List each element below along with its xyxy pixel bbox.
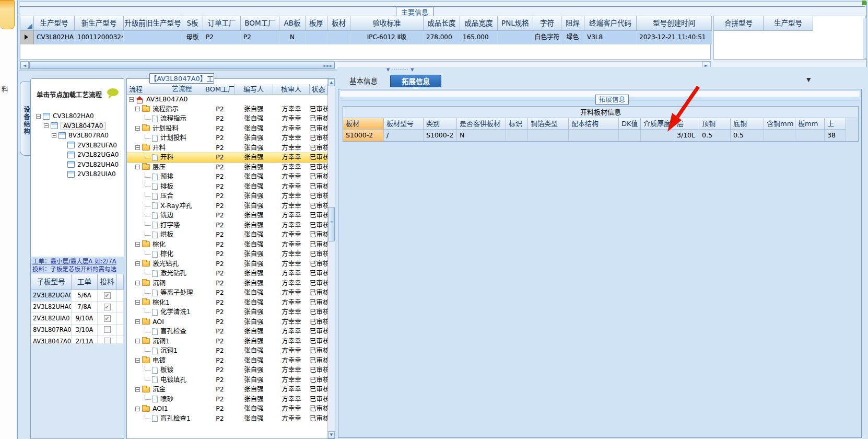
- flow-row-预排[interactable]: 预排P2张自强方幸幸已审核: [127, 172, 327, 182]
- merge-grid-header-cell[interactable]: 合拼型号: [714, 16, 764, 31]
- tree-expander-icon[interactable]: −: [36, 114, 41, 119]
- flow-data-cell[interactable]: 方幸幸: [273, 240, 310, 250]
- flow-tree-cell[interactable]: −开料: [127, 143, 205, 153]
- flow-data-cell[interactable]: P2: [205, 163, 234, 172]
- sub-model-cell[interactable]: 2V3L82UHA0: [31, 302, 72, 313]
- flow-row-等离子处理[interactable]: 等离子处理P2张自强方幸幸已审核: [127, 288, 327, 298]
- flow-row-烘板[interactable]: 烘板P2张自强方幸幸已审核: [127, 230, 327, 240]
- flow-data-cell[interactable]: 已审核: [310, 288, 327, 298]
- flow-data-cell[interactable]: P2: [205, 249, 234, 259]
- tree-expander-icon[interactable]: −: [44, 123, 49, 128]
- flow-data-cell[interactable]: 张自强: [234, 279, 273, 288]
- tree-node-label[interactable]: 2V3L82UIA0: [77, 170, 116, 178]
- flow-data-cell[interactable]: P2: [205, 230, 234, 240]
- vscroll-up-arrow[interactable]: ▲: [328, 79, 335, 86]
- main-grid-header-cell[interactable]: 终端客户代码: [584, 16, 637, 31]
- flow-row-铣边[interactable]: 铣边P2张自强方幸幸已审核: [127, 211, 327, 221]
- ext-header-cell[interactable]: 配本结构: [569, 118, 619, 130]
- main-grid-cell[interactable]: [498, 31, 533, 44]
- flow-expander-icon[interactable]: −: [129, 97, 134, 102]
- flow-data-cell[interactable]: P2: [205, 259, 234, 269]
- flow-tree-cell[interactable]: X-Ray冲孔: [127, 201, 205, 211]
- sub-order-cell[interactable]: 9/10A: [72, 313, 98, 325]
- flow-data-cell[interactable]: 张自强: [234, 404, 273, 414]
- flow-tree-cell[interactable]: 沉铜1: [127, 346, 205, 356]
- main-grid-cell[interactable]: N: [279, 31, 306, 44]
- flow-data-cell[interactable]: P2: [205, 356, 234, 366]
- main-grid-cell[interactable]: P2: [203, 31, 241, 44]
- flow-data-cell[interactable]: [273, 95, 310, 105]
- flow-data-cell[interactable]: 已审核: [310, 191, 327, 201]
- flow-data-cell[interactable]: 已审核: [310, 356, 327, 366]
- main-grid-header-cell[interactable]: 验收标准: [350, 16, 424, 31]
- flow-tree-cell[interactable]: −AOI: [127, 317, 205, 327]
- flow-data-cell[interactable]: P2: [205, 133, 234, 143]
- flow-data-cell[interactable]: P2: [205, 105, 234, 114]
- flow-expander-icon[interactable]: −: [135, 281, 140, 285]
- flow-data-cell[interactable]: P2: [205, 307, 234, 317]
- flow-data-cell[interactable]: 张自强: [234, 346, 273, 356]
- flow-row-盲孔检查[interactable]: 盲孔检查P2张自强方幸幸已审核: [127, 327, 327, 337]
- flow-row-激光钻孔[interactable]: 激光钻孔P2张自强方幸幸已审核: [127, 269, 327, 279]
- flow-tree-cell[interactable]: 化学清洗1: [127, 307, 205, 317]
- flow-node-label[interactable]: 盲孔检查: [160, 327, 186, 336]
- flow-node-label[interactable]: 沉铜: [153, 279, 166, 288]
- flow-expander-icon[interactable]: −: [135, 261, 140, 266]
- flow-data-cell[interactable]: 方幸幸: [273, 105, 310, 114]
- flow-data-cell[interactable]: 方幸幸: [273, 279, 310, 288]
- flow-node-label[interactable]: X-Ray冲孔: [160, 201, 192, 211]
- flow-tree-cell[interactable]: 预排: [127, 172, 205, 182]
- flow-data-cell[interactable]: 已审核: [310, 279, 327, 288]
- flow-row-压合[interactable]: 压合P2张自强方幸幸已审核: [127, 191, 327, 201]
- flow-expander-icon[interactable]: −: [135, 407, 140, 411]
- flow-data-cell[interactable]: 已审核: [310, 172, 327, 182]
- flow-data-cell[interactable]: 已审核: [310, 221, 327, 230]
- flow-data-cell[interactable]: 张自强: [234, 124, 273, 134]
- flow-data-cell[interactable]: 张自强: [234, 337, 273, 346]
- tree-node-label[interactable]: 2V3L82UFA0: [77, 142, 117, 149]
- flow-node-label[interactable]: 盲孔检查1: [160, 414, 191, 423]
- flow-data-cell[interactable]: P2: [205, 182, 234, 192]
- flow-data-cell[interactable]: 方幸幸: [273, 356, 310, 366]
- main-grid-cell[interactable]: V3L8: [584, 31, 637, 44]
- flow-row-流程指示[interactable]: −流程指示P2张自强方幸幸已审核: [127, 105, 327, 114]
- flow-data-cell[interactable]: 方幸幸: [273, 153, 310, 163]
- flow-data-cell[interactable]: 张自强: [234, 317, 273, 327]
- flow-node-label[interactable]: 铣边: [160, 211, 173, 220]
- flow-data-cell[interactable]: P2: [205, 211, 234, 221]
- flow-row-化学清洗1[interactable]: 化学清洗1P2张自强方幸幸已审核: [127, 307, 327, 317]
- flow-tree-cell[interactable]: −流程指示: [127, 105, 205, 114]
- main-grid-header-cell[interactable]: 板材: [327, 16, 350, 31]
- flow-node-label[interactable]: 棕化: [153, 240, 166, 249]
- splitter-bar[interactable]: ▼ ········· ▼: [337, 67, 868, 73]
- flow-tree-cell[interactable]: 烘板: [127, 230, 205, 240]
- flow-data-cell[interactable]: P2: [205, 124, 234, 134]
- ext-data-cell[interactable]: 38: [825, 130, 846, 141]
- ext-header-cell[interactable]: 铜箔类型: [528, 118, 569, 130]
- flow-data-cell[interactable]: P2: [205, 172, 234, 182]
- flow-data-cell[interactable]: 方幸幸: [273, 191, 310, 201]
- tree-node-2V3L82UFA0[interactable]: 2V3L82UFA0: [60, 141, 117, 150]
- flow-data-cell[interactable]: 张自强: [234, 105, 273, 114]
- ext-data-cell[interactable]: S1000-2: [343, 130, 384, 141]
- tree-node-2V3L82UHA0[interactable]: 2V3L82UHA0: [60, 160, 119, 169]
- merge-grid-header-cell[interactable]: 生产型号: [764, 16, 813, 31]
- flow-node-label[interactable]: 棕化: [160, 249, 173, 259]
- main-grid-cell[interactable]: 绿色: [561, 31, 584, 44]
- flow-node-label[interactable]: 流程指示: [160, 114, 186, 123]
- main-grid-header-cell[interactable]: 型号创建时间: [637, 16, 712, 31]
- tree-node-2V3L82UIA0[interactable]: 2V3L82UIA0: [60, 169, 116, 179]
- flow-data-cell[interactable]: [310, 95, 327, 105]
- flow-data-cell[interactable]: 张自强: [234, 201, 273, 211]
- flow-tree-cell[interactable]: −沉金: [127, 385, 205, 395]
- ext-data-cell[interactable]: 0.5: [731, 130, 764, 141]
- main-grid-header-cell[interactable]: 生产型号: [34, 16, 75, 31]
- flow-data-cell[interactable]: 已审核: [310, 124, 327, 134]
- flow-node-label[interactable]: 流程指示: [153, 105, 179, 114]
- main-grid-cell[interactable]: CV3L802HA0: [34, 31, 75, 44]
- ext-data-cell[interactable]: N: [457, 130, 506, 141]
- flow-expander-icon[interactable]: −: [135, 339, 140, 343]
- flow-row-计划投料[interactable]: −计划投料P2张自强方幸幸已审核: [127, 124, 327, 134]
- flow-data-cell[interactable]: 已审核: [310, 259, 327, 269]
- flow-vscrollbar[interactable]: ▲ ≡ ▼: [327, 79, 335, 438]
